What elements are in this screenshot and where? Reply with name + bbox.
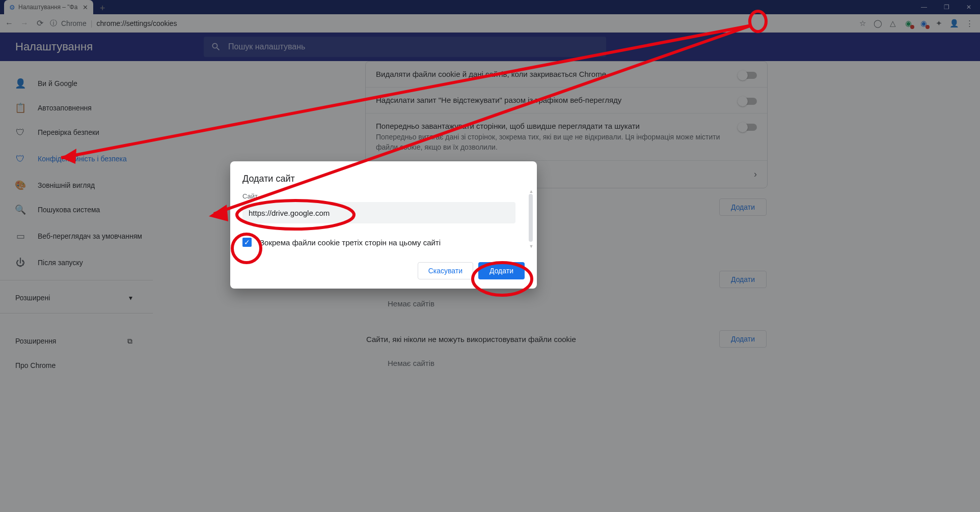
- confirm-button[interactable]: Додати: [478, 262, 525, 279]
- modal-button-row: Скасувати Додати: [242, 262, 525, 279]
- checkbox-checked-icon[interactable]: ✓: [242, 238, 252, 247]
- modal-scrollbar[interactable]: ▲ ▼: [529, 189, 534, 249]
- checkbox-label: Зокрема файли cookie третіх сторін на ць…: [260, 238, 441, 247]
- third-party-checkbox-row[interactable]: ✓ Зокрема файли cookie третіх сторін на …: [242, 238, 525, 247]
- field-label: Сайт: [242, 192, 525, 200]
- cancel-button[interactable]: Скасувати: [418, 262, 473, 279]
- add-site-modal: Додати сайт Сайт ✓ Зокрема файли cookie …: [230, 161, 537, 289]
- modal-title: Додати сайт: [242, 174, 525, 184]
- site-url-input[interactable]: [242, 202, 515, 223]
